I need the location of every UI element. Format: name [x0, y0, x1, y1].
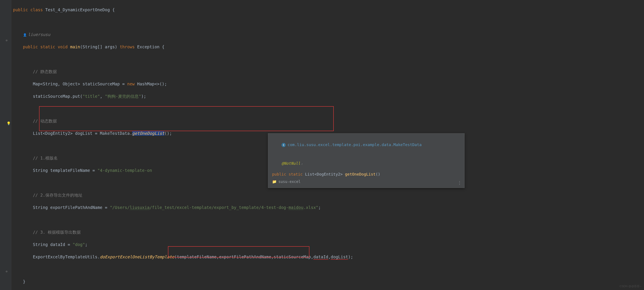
text: (String[] args)	[80, 44, 118, 49]
code-line[interactable]	[13, 19, 353, 25]
text: ,	[328, 255, 331, 259]
annotation: @NotNull	[282, 161, 300, 166]
string-literal: "/Users/	[110, 205, 130, 210]
method-call-selected[interactable]: getOneDogList	[132, 131, 164, 136]
parens: ()	[376, 172, 380, 176]
keyword: void	[58, 44, 68, 49]
expand-icon[interactable]: ⊖	[6, 269, 8, 274]
text: {	[110, 7, 115, 12]
comment: // 动态数据	[33, 119, 57, 123]
text: staticSourceMap.put(	[33, 94, 83, 99]
text: String templateFileName =	[33, 168, 98, 173]
comment: // 1.模版名	[33, 156, 58, 160]
class-icon: C	[282, 143, 286, 147]
external-link-icon[interactable]: ↗	[301, 162, 303, 165]
text: String exportFilePathAndName =	[33, 205, 110, 210]
method-call: doExportExcelOneListByTemplate	[100, 255, 174, 259]
comment: // 3. 根据模版导出数据	[33, 230, 81, 235]
string-literal: .xlsx"	[303, 205, 318, 210]
text: ;	[318, 205, 321, 210]
author-name: liuersusu	[28, 32, 50, 37]
code-line[interactable]: }	[13, 279, 353, 285]
text: Map<String, Object> staticSourceMap =	[33, 81, 127, 86]
string-literal: /file_test/excel-template/export_by_temp…	[150, 205, 288, 210]
text: String dataId =	[33, 242, 73, 247]
author-annotation: 👤liuersusu	[23, 32, 50, 37]
string-literal: "狗狗-麦兜的信息"	[105, 94, 141, 99]
code-line[interactable]: ExportExcelByTemplateUtils.doExportExcel…	[13, 254, 353, 260]
code-line[interactable]: String dataId = "dog";	[13, 242, 353, 248]
text: );	[348, 255, 353, 259]
code-line[interactable]: staticSourceMap.put("title", "狗狗-麦兜的信息")…	[13, 93, 353, 99]
code-line[interactable]: String exportFilePathAndName = "/Users/l…	[13, 204, 353, 211]
keyword: static	[288, 172, 303, 176]
intention-bulb-icon[interactable]: 💡	[6, 121, 11, 126]
text: ();	[164, 131, 172, 136]
module-icon: 📁	[272, 179, 277, 185]
popup-annotation-row: @NotNull↗	[272, 155, 460, 172]
string-literal: "dog"	[73, 242, 85, 247]
method-name: main	[70, 44, 80, 49]
code-line[interactable]: // 静态数据	[13, 68, 353, 75]
fully-qualified-name[interactable]: com.liu.susu.excel.template.poi.example.…	[288, 142, 422, 147]
code-line[interactable]	[13, 56, 353, 62]
code-line[interactable]: // 2.保存导出文件的地址	[13, 192, 353, 198]
text: Exception {	[137, 44, 164, 49]
code-line[interactable]	[13, 106, 353, 112]
keyword: public	[23, 44, 38, 49]
class-name: Test_4_DynamicExportOneDog	[45, 7, 110, 12]
text: (templateFileName,exportFilePathAndName,…	[174, 255, 314, 259]
expand-icon[interactable]: ⊖	[6, 38, 8, 43]
text: ExportExcelByTemplateUtils.	[33, 255, 100, 259]
code-line[interactable]: public class Test_4_DynamicExportOneDog …	[13, 7, 353, 13]
text: List<DogEntity2> dogList = MakeTestData.	[33, 131, 132, 136]
code-line[interactable]: // 动态数据	[13, 118, 353, 124]
code-line[interactable]: // 3. 根据模版导出数据	[13, 229, 353, 235]
keyword: public	[13, 7, 28, 12]
text: ;	[85, 242, 88, 247]
gutter: ⊖ 💡 ⊖	[0, 0, 11, 290]
popup-signature-row: public static List<DogEntity2> getOneDog…	[272, 171, 460, 177]
string-underlined: liusuxia	[130, 205, 150, 210]
quick-doc-popup[interactable]: Ccom.liu.susu.excel.template.poi.example…	[268, 133, 464, 188]
user-icon: 👤	[23, 32, 27, 38]
keyword: public	[272, 172, 286, 176]
code-line[interactable]: public static void main(String[] args) t…	[13, 44, 353, 50]
string-literal: "title"	[82, 94, 100, 99]
return-type: List<DogEntity2>	[305, 172, 342, 176]
keyword: new	[127, 81, 134, 86]
text: HashMap<>();	[135, 81, 167, 86]
code-line[interactable]	[13, 217, 353, 223]
popup-footer: 📁 susu-excel	[272, 179, 460, 185]
method-name: getOneDogList	[345, 172, 376, 176]
code-line[interactable]: Map<String, Object> staticSourceMap = ne…	[13, 81, 353, 87]
brace: }	[23, 279, 26, 284]
text: );	[141, 94, 146, 99]
string-literal: "4-dynamic-template-on	[98, 168, 152, 173]
comment: // 2.保存导出文件的地址	[33, 193, 82, 197]
code-line[interactable]: 👤liuersusu	[13, 31, 353, 38]
string-underlined: maidou	[288, 205, 304, 210]
param-underlined: dogList	[331, 255, 348, 260]
module-name: susu-excel	[278, 179, 300, 185]
popup-menu-icon[interactable]: ⋮	[458, 179, 462, 186]
keyword: static	[40, 44, 55, 49]
param-underlined: dataId	[313, 255, 328, 260]
keyword: class	[30, 7, 43, 12]
popup-class-row: Ccom.liu.susu.excel.template.poi.example…	[272, 137, 460, 153]
code-line[interactable]	[13, 266, 353, 273]
watermark: CSDN @@苏苏~	[620, 284, 642, 289]
text: ,	[100, 94, 105, 99]
comment: // 静态数据	[33, 69, 57, 74]
keyword: throws	[120, 44, 135, 49]
